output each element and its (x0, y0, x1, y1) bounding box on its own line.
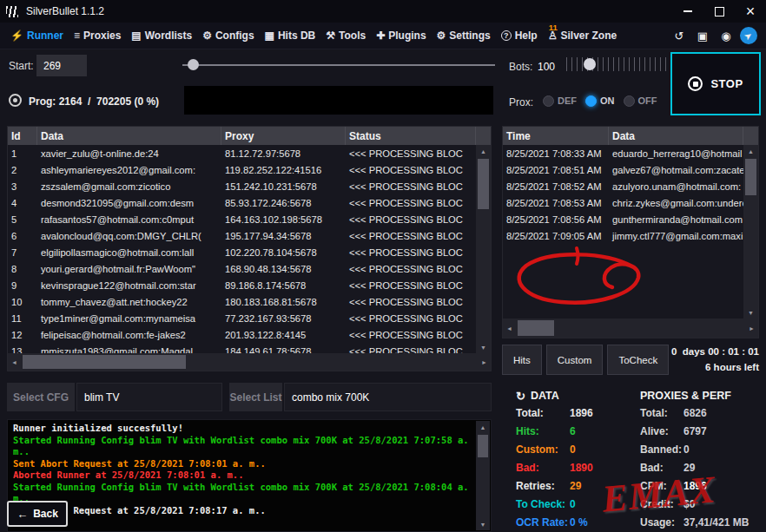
telegram-button[interactable]: ➤ (740, 27, 757, 44)
nav-item-tools[interactable]: ⚒Tools (320, 23, 371, 49)
prox-option-on[interactable]: ON (585, 95, 615, 107)
column-header-time[interactable]: Time (503, 127, 609, 145)
cell-status: <<< PROCESSING BLOC (346, 181, 476, 192)
progress-radio[interactable] (9, 94, 22, 107)
camera-button[interactable]: ▣ (693, 26, 712, 45)
scroll-up-icon[interactable]: ▲ (476, 145, 491, 157)
result-row[interactable]: 8youri.gerard@hotmail.fr:PawWoom"168.90.… (8, 260, 476, 277)
log-line: Runner initialized succesfully! (13, 423, 472, 435)
nav-item-silver-zone[interactable]: ♙Silver Zone11 (543, 23, 622, 49)
cell-id: 3 (8, 181, 37, 192)
history-icon: ↺ (675, 30, 684, 43)
nav-item-help[interactable]: ?Help (496, 23, 543, 49)
progress-radio-dot (13, 98, 17, 102)
log-line: Started Running Config blim TV with Word… (13, 482, 472, 505)
result-row[interactable]: 13mmiszuta1983@gmail.com:Magdal184.149.6… (8, 343, 476, 353)
cfg-value-field[interactable]: blim TV (76, 383, 222, 411)
tab-custom[interactable]: Custom (546, 345, 604, 375)
history-button[interactable]: ↺ (670, 26, 689, 45)
bots-slider-thumb[interactable] (584, 58, 596, 70)
result-row[interactable]: 9kevinsprague122@hotmail.com:star89.186.… (8, 277, 476, 293)
nav-item-wordlists[interactable]: ▤Wordlists (126, 23, 197, 49)
scroll-up-icon[interactable]: ▲ (743, 145, 758, 157)
hit-row[interactable]: 8/25/2021 7:09:05 AMjimmy.ctl777@gmail.c… (503, 227, 743, 244)
select-list-button[interactable]: Select List (229, 383, 282, 411)
prox-label: Prox: (509, 96, 533, 108)
prox-option-off[interactable]: OFF (624, 95, 657, 107)
nav-label: Proxies (83, 30, 121, 42)
scroll-right-icon[interactable]: ► (745, 319, 758, 338)
cell-status: <<< PROCESSING BLOC (346, 346, 476, 354)
result-row[interactable]: 3zszsalem@gmail.com:zicotico151.242.10.2… (8, 178, 476, 194)
scroll-thumb[interactable] (745, 159, 756, 195)
scroll-down-icon[interactable]: ▼ (476, 341, 491, 353)
scroll-thumb[interactable] (23, 355, 186, 369)
scroll-left-icon[interactable]: ◄ (8, 353, 21, 371)
select-cfg-button[interactable]: Select CFG (7, 383, 75, 411)
prox-radio-def (543, 95, 554, 107)
result-row[interactable]: 5rafasantos57@hotmail.com:c0mput164.163.… (8, 211, 476, 227)
scroll-thumb[interactable] (478, 435, 488, 457)
scroll-down-icon[interactable]: ▼ (476, 518, 490, 530)
result-row[interactable]: 10tommy_chavez@att.net:hockey22180.183.1… (8, 293, 476, 310)
wordlist-value-field[interactable]: combo mix 700K (284, 383, 492, 411)
result-row[interactable]: 11type1miner@gmail.com:mynameisa77.232.1… (8, 310, 476, 326)
result-row[interactable]: 7elgilipollasmagico@hotmail.com:lall102.… (8, 244, 476, 260)
hit-row[interactable]: 8/25/2021 7:08:52 AMazulyoro.unam@hotmai… (503, 178, 743, 194)
cell-time: 8/25/2021 7:08:51 AM (503, 165, 609, 175)
nav-item-runner[interactable]: ⚡Runner (5, 23, 69, 49)
column-header-data[interactable]: Data (37, 127, 221, 145)
scroll-right-icon[interactable]: ► (478, 353, 491, 371)
progress-slider[interactable] (182, 59, 495, 71)
start-input[interactable] (36, 55, 87, 76)
scroll-left-icon[interactable]: ◄ (503, 319, 516, 338)
maximize-button[interactable] (703, 0, 735, 23)
scroll-thumb[interactable] (518, 320, 554, 336)
result-row[interactable]: 2ashleymariereyes2012@gmail.com:119.82.2… (8, 161, 476, 178)
bots-value: 100 (538, 61, 555, 73)
hits-vertical-scrollbar[interactable]: ▲ ▼ (743, 145, 758, 319)
slider-thumb[interactable] (188, 59, 199, 70)
minimize-button[interactable] (672, 0, 703, 23)
hits-horizontal-scrollbar[interactable]: ◄ ► (503, 319, 758, 338)
column-header-data[interactable]: Data (609, 127, 743, 145)
stat-value: 6797 (683, 423, 707, 441)
close-button[interactable]: × (735, 0, 766, 23)
bots-slider[interactable] (566, 56, 669, 73)
results-horizontal-scrollbar[interactable]: ◄ ► (8, 353, 491, 371)
result-row[interactable]: 12felipeisac@hotmail.com:fe-jakes2201.93… (8, 326, 476, 343)
results-vertical-scrollbar[interactable]: ▲ ▼ (476, 145, 491, 353)
stat-label: Total: (640, 404, 683, 423)
stat-label: Alive: (640, 423, 683, 441)
log-vertical-scrollbar[interactable]: ▲ ▼ (476, 421, 490, 530)
scroll-thumb[interactable] (478, 159, 489, 209)
column-header-proxy[interactable]: Proxy (221, 127, 346, 145)
hit-row[interactable]: 8/25/2021 7:08:56 AMgunthermiranda@hotma… (503, 211, 743, 227)
cell-id: 6 (8, 231, 37, 241)
scroll-down-icon[interactable]: ▼ (743, 306, 758, 319)
back-button[interactable]: ← Back (7, 501, 68, 527)
hit-row[interactable]: 8/25/2021 7:08:33 AMeduardo_herrerag10@h… (503, 145, 743, 161)
column-header-id[interactable]: Id (8, 127, 37, 145)
nav-item-settings[interactable]: ⚙Settings (432, 23, 496, 49)
stop-button[interactable]: STOP (670, 52, 761, 115)
result-row[interactable]: 1xavier_zulu@t-online.de:2481.12.72.97:5… (8, 145, 476, 161)
result-row[interactable]: 4desmond321095@gmail.com:desm85.93.172.2… (8, 194, 476, 211)
tab-tocheck[interactable]: ToCheck (607, 345, 669, 375)
cell-proxy: 168.90.48.134:5678 (221, 264, 346, 274)
nav-item-configs[interactable]: ⚙Configs (197, 23, 259, 49)
nav-item-plugins[interactable]: ✚Plugins (371, 23, 431, 49)
discord-button[interactable]: ◉ (716, 26, 736, 45)
cell-proxy: 119.82.252.122:41516 (221, 165, 346, 175)
scroll-up-icon[interactable]: ▲ (476, 421, 490, 433)
hit-row[interactable]: 8/25/2021 7:08:53 AMchriz.zykes@gmail.co… (503, 194, 743, 211)
nav-label: Tools (339, 30, 366, 42)
column-header-status[interactable]: Status (346, 127, 476, 145)
tab-hits[interactable]: Hits (502, 345, 542, 375)
hit-row[interactable]: 8/25/2021 7:08:51 AMgalvez67@hotmail.com… (503, 161, 743, 178)
result-row[interactable]: 6avaloncloud@qq.com:DMGY_CHLR(195.177.94… (8, 227, 476, 244)
nav-item-hits-db[interactable]: ▦Hits DB (260, 23, 321, 49)
nav-item-proxies[interactable]: ≡Proxies (69, 23, 126, 49)
prox-option-def[interactable]: DEF (543, 95, 577, 107)
minimize-icon (683, 10, 692, 12)
